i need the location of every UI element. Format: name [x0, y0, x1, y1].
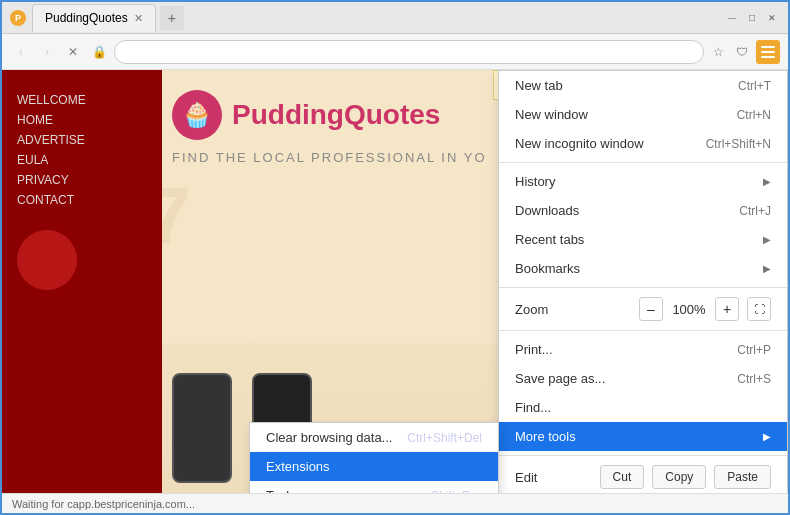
website-nav: WELLCOME HOME ADVERTISE EULA PRIVACY CON… [2, 70, 162, 493]
menu-item-new-window[interactable]: New window Ctrl+N [499, 100, 787, 129]
zoom-value: 100% [671, 302, 707, 317]
cut-button[interactable]: Cut [600, 465, 645, 489]
menu-item-print[interactable]: Print... Ctrl+P [499, 335, 787, 364]
address-input[interactable] [114, 40, 704, 64]
menu-item-new-window-label: New window [515, 107, 737, 122]
forward-button[interactable]: › [36, 41, 58, 63]
zoom-label: Zoom [515, 302, 631, 317]
browser-favicon: P [10, 10, 26, 26]
menu-item-more-tools-label: More tools [515, 429, 757, 444]
menu-item-print-label: Print... [515, 342, 737, 357]
menu-divider-3 [499, 330, 787, 331]
website-subtitle: FIND THE LOCAL PROFESSIONAL IN YO [172, 150, 487, 165]
recent-tabs-arrow: ▶ [763, 234, 771, 245]
lock-icon: 🔒 [88, 41, 110, 63]
nav-home[interactable]: HOME [17, 110, 147, 130]
zoom-fullscreen-button[interactable]: ⛶ [747, 297, 771, 321]
edit-label: Edit [515, 470, 592, 485]
menu-item-downloads[interactable]: Downloads Ctrl+J [499, 196, 787, 225]
submenu-task-label: Task manager [266, 488, 431, 493]
menu-item-new-window-shortcut: Ctrl+N [737, 108, 771, 122]
edit-row: Edit Cut Copy Paste [499, 460, 787, 493]
zoom-plus-button[interactable]: + [715, 297, 739, 321]
menu-item-incognito-shortcut: Ctrl+Shift+N [706, 137, 771, 151]
submenu-extensions-label: Extensions [266, 459, 482, 474]
menu-item-new-tab[interactable]: New tab Ctrl+T [499, 71, 787, 100]
menu-item-recent-tabs-label: Recent tabs [515, 232, 757, 247]
menu-item-save-shortcut: Ctrl+S [737, 372, 771, 386]
stop-button[interactable]: ✕ [62, 41, 84, 63]
title-bar: P PuddingQuotes ✕ + [2, 2, 788, 34]
minimize-button[interactable] [724, 10, 740, 26]
nav-decoration [17, 230, 77, 290]
menu-divider-4 [499, 455, 787, 456]
tab-title: PuddingQuotes [45, 11, 128, 25]
menu-divider-2 [499, 287, 787, 288]
content-area: 77 77 WELLCOME HOME ADVERTISE EULA PRIVA… [2, 70, 788, 493]
shield-icon: 🛡 [732, 42, 752, 62]
bookmarks-arrow: ▶ [763, 263, 771, 274]
status-text: Waiting for capp.bestpriceninja.com... [12, 498, 195, 510]
menu-item-incognito[interactable]: New incognito window Ctrl+Shift+N [499, 129, 787, 158]
menu-item-history-label: History [515, 174, 757, 189]
address-bar: ‹ › ✕ 🔒 ☆ 🛡 [2, 34, 788, 70]
tab-close-button[interactable]: ✕ [134, 12, 143, 25]
submenu-task-shortcut: Shift+Esc [431, 489, 482, 494]
menu-item-bookmarks[interactable]: Bookmarks ▶ [499, 254, 787, 283]
website-logo-text: PuddingQuotes [232, 99, 440, 131]
menu-item-history[interactable]: History ▶ [499, 167, 787, 196]
nav-eula[interactable]: EULA [17, 150, 147, 170]
submenu-clear-browsing[interactable]: Clear browsing data... Ctrl+Shift+Del [250, 423, 498, 452]
tab-bar: PuddingQuotes ✕ + [32, 4, 724, 32]
menu-item-bookmarks-label: Bookmarks [515, 261, 757, 276]
menu-item-find-label: Find... [515, 400, 771, 415]
menu-item-downloads-shortcut: Ctrl+J [739, 204, 771, 218]
menu-divider-1 [499, 162, 787, 163]
zoom-row: Zoom – 100% + ⛶ [499, 292, 787, 326]
submenu-clear-shortcut: Ctrl+Shift+Del [407, 431, 482, 445]
submenu-extensions[interactable]: Extensions [250, 452, 498, 481]
history-arrow: ▶ [763, 176, 771, 187]
chrome-menu-button[interactable] [756, 40, 780, 64]
toolbar-icons: ☆ 🛡 [708, 42, 752, 62]
more-tools-arrow: ▶ [763, 431, 771, 442]
nav-privacy[interactable]: PRIVACY [17, 170, 147, 190]
menu-item-save-label: Save page as... [515, 371, 737, 386]
status-bar: Waiting for capp.bestpriceninja.com... [2, 493, 788, 513]
paste-button[interactable]: Paste [714, 465, 771, 489]
phone-image-1 [172, 373, 232, 483]
menu-item-more-tools[interactable]: More tools ▶ Clear browsing data... Ctrl… [499, 422, 787, 451]
maximize-button[interactable] [744, 10, 760, 26]
active-tab[interactable]: PuddingQuotes ✕ [32, 4, 156, 32]
bookmark-icon[interactable]: ☆ [708, 42, 728, 62]
window-controls [724, 10, 780, 26]
menu-item-find[interactable]: Find... [499, 393, 787, 422]
browser-window: P PuddingQuotes ✕ + ‹ › ✕ 🔒 ☆ 🛡 [0, 0, 790, 515]
back-button[interactable]: ‹ [10, 41, 32, 63]
nav-wellcome[interactable]: WELLCOME [17, 90, 147, 110]
menu-item-save-page[interactable]: Save page as... Ctrl+S [499, 364, 787, 393]
menu-item-downloads-label: Downloads [515, 203, 739, 218]
new-tab-button[interactable]: + [160, 6, 184, 30]
zoom-minus-button[interactable]: – [639, 297, 663, 321]
menu-item-new-tab-label: New tab [515, 78, 738, 93]
nav-contact[interactable]: CONTACT [17, 190, 147, 210]
nav-advertise[interactable]: ADVERTISE [17, 130, 147, 150]
chrome-dropdown-menu: New tab Ctrl+T New window Ctrl+N New inc… [498, 70, 788, 493]
menu-item-new-tab-shortcut: Ctrl+T [738, 79, 771, 93]
more-tools-submenu: Clear browsing data... Ctrl+Shift+Del Ex… [249, 422, 499, 493]
menu-item-recent-tabs[interactable]: Recent tabs ▶ [499, 225, 787, 254]
close-button[interactable] [764, 10, 780, 26]
website-logo-icon: 🧁 [172, 90, 222, 140]
submenu-task-manager[interactable]: Task manager Shift+Esc [250, 481, 498, 493]
copy-button[interactable]: Copy [652, 465, 706, 489]
menu-item-incognito-label: New incognito window [515, 136, 706, 151]
menu-item-print-shortcut: Ctrl+P [737, 343, 771, 357]
submenu-clear-label: Clear browsing data... [266, 430, 407, 445]
